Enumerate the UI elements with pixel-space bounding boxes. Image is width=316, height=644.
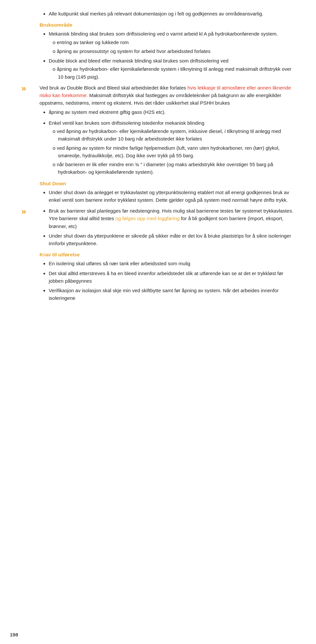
chevron-block-2: » Bruk av barrierer skal planlegges før … — [40, 207, 296, 247]
shut-down-heading: Shut Down — [40, 181, 296, 187]
bruksomrade-list: Mekanisk blinding skal brukes som drifts… — [40, 30, 296, 81]
double-block-sub-1: åpning av hydrokarbon- eller kjemikalief… — [58, 65, 296, 81]
chevron-block-1-text: Ved bruk av Double Block and Bleed skal … — [40, 84, 296, 107]
chevron-block-1: » Ved bruk av Double Block and Bleed ska… — [40, 84, 296, 116]
page-content: Alle kuttpunkt skal merkes på relevant d… — [26, 10, 296, 302]
single-valve-sub-1: ved åpning av hydrokarbon- eller kjemika… — [58, 127, 296, 143]
chevron-icon-2: » — [21, 207, 26, 216]
intro-list: Alle kuttpunkt skal merkes på relevant d… — [40, 10, 296, 17]
double-block-sub-list: åpning av hydrokarbon- eller kjemikalief… — [49, 65, 296, 81]
bruksomrade-sub-1: entring av tanker og lukkede rom — [58, 39, 296, 46]
krav-bullet-3: Verifikasjon av isolasjon skal skje min … — [49, 287, 296, 302]
chevron-sub-1: åpning av system med ekstremt giftig gas… — [49, 108, 296, 116]
shut-down-chevron-list: Bruk av barrierer skal planlegges før ne… — [40, 207, 296, 247]
highlight-orange-1: og følges opp med loggføring — [116, 216, 180, 221]
chevron-icon-1: » — [21, 84, 26, 92]
krav-bullet-2: Det skal alltid etterstreves å ha en ble… — [49, 270, 296, 285]
bruksomrade-heading: Bruksområde — [40, 22, 296, 28]
krav-bullet-1: En isolering skal utføres så nær tank el… — [49, 260, 296, 267]
shut-down-list: Under shut down da anlegget er trykkavla… — [40, 189, 296, 204]
shut-down-bullet-3: Under shut down da ytterpunktene er sikr… — [49, 232, 296, 247]
chevron-sub-list-1: åpning av system med ekstremt giftig gas… — [40, 108, 296, 116]
page-number: 198 — [10, 632, 18, 637]
shut-down-bullet-2: Bruk av barrierer skal planlegges før ne… — [49, 207, 296, 230]
single-valve-sub-3: når barrieren er lik eller mindre enn ¾ … — [58, 161, 296, 176]
intro-bullet-1: Alle kuttpunkt skal merkes på relevant d… — [49, 10, 296, 17]
single-valve-sub-list: ved åpning av hydrokarbon- eller kjemika… — [49, 127, 296, 176]
single-valve-list: Enkel ventil kan brukes som driftsisoler… — [40, 119, 296, 176]
bruksomrade-sub-list-1: entring av tanker og lukkede rom åpning … — [49, 39, 296, 55]
bruksomrade-bullet-1: Mekanisk blinding skal brukes som drifts… — [49, 30, 296, 55]
krav-heading: Krav til utførelse — [40, 252, 296, 258]
bruksomrade-sub-2: åpning av prosessutstyr og system for ar… — [58, 47, 296, 55]
double-block-bullet: Double block and bleed eller mekanisk bl… — [49, 57, 296, 81]
single-valve-bullet: Enkel ventil kan brukes som driftsisoler… — [49, 119, 296, 176]
shut-down-bullet-1: Under shut down da anlegget er trykkavla… — [49, 189, 296, 204]
single-valve-sub-2: ved åpning av system for mindre farlige … — [58, 144, 296, 160]
krav-list: En isolering skal utføres så nær tank el… — [40, 260, 296, 302]
